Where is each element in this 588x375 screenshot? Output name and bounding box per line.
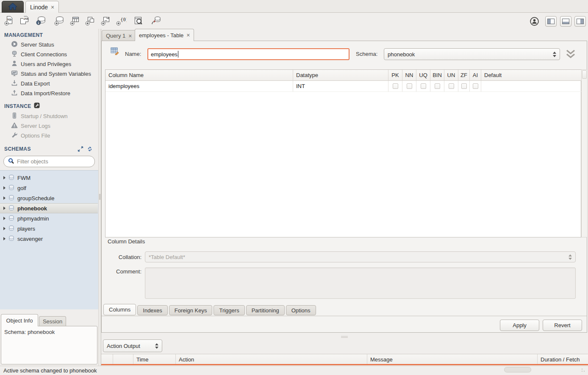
tab-employees-table[interactable]: employees - Table × (135, 29, 194, 41)
sidebar-item-users-privileges[interactable]: Users and Privileges (11, 60, 71, 68)
uq-header[interactable]: UQ (416, 70, 430, 81)
sidebar-item-server-status[interactable]: Server Status (11, 40, 54, 49)
bin-header[interactable]: BIN (430, 70, 444, 81)
sidebar-item-client-connections[interactable]: Client Connections (11, 50, 67, 58)
toggle-bottom-panel-icon[interactable] (560, 16, 571, 27)
zf-checkbox[interactable] (461, 83, 467, 89)
reconnect-db-icon[interactable] (150, 15, 161, 26)
column-name-cell[interactable]: idemployees (105, 81, 293, 92)
new-sql-editor-icon[interactable]: SQL (3, 15, 14, 26)
sidebar-item-data-import[interactable]: Data Import/Restore (11, 89, 70, 97)
un-header[interactable]: UN (444, 70, 458, 81)
schema-row-groupschedule[interactable]: groupSchedule (0, 193, 98, 203)
tab-partitioning[interactable]: Partitioning (246, 305, 285, 315)
create-function-icon[interactable]: {0} (116, 15, 127, 26)
uq-checkbox[interactable] (421, 83, 426, 89)
default-header[interactable]: Default (481, 70, 581, 81)
close-icon[interactable]: × (51, 4, 54, 10)
refresh-schemas-icon[interactable] (87, 146, 93, 153)
zf-header[interactable]: ZF (458, 70, 470, 81)
comment-textarea[interactable] (145, 267, 576, 299)
close-icon[interactable]: × (186, 32, 190, 38)
sidebar-item-server-logs[interactable]: Server Logs (11, 121, 50, 130)
create-schema-icon[interactable] (54, 15, 65, 26)
nn-checkbox[interactable] (407, 83, 412, 89)
un-checkbox[interactable] (449, 83, 454, 89)
ai-checkbox[interactable] (473, 83, 478, 89)
tab-session[interactable]: Session (39, 316, 66, 326)
expander-icon[interactable] (3, 217, 6, 220)
action-header[interactable]: Action (176, 354, 367, 364)
tab-triggers[interactable]: Triggers (214, 305, 244, 315)
datatype-header[interactable]: Datatype (293, 70, 388, 81)
expander-icon[interactable] (3, 176, 6, 179)
apply-button[interactable]: Apply (500, 320, 539, 331)
revert-button[interactable]: Revert (543, 320, 582, 331)
expander-icon[interactable] (3, 237, 6, 240)
stepper-icon[interactable] (553, 52, 556, 57)
tab-foreign-keys[interactable]: Foreign Keys (169, 305, 213, 315)
sidebar-splitter[interactable] (98, 29, 101, 366)
duration-fetch-header[interactable]: Duration / Fetch (538, 354, 588, 364)
ai-header[interactable]: AI (470, 70, 481, 81)
sidebar-item-startup-shutdown[interactable]: Startup / Shutdown (11, 112, 68, 120)
create-procedure-icon[interactable] (100, 15, 111, 26)
column-name-header[interactable]: Column Name (105, 70, 293, 81)
toggle-right-panel-icon[interactable] (574, 16, 586, 27)
schema-label: phpmyadmin (17, 215, 49, 222)
resize-grip[interactable] (581, 368, 586, 373)
tab-query-1[interactable]: Query 1 × (102, 30, 136, 41)
expander-icon[interactable] (3, 186, 6, 190)
toggle-left-panel-icon[interactable] (545, 16, 557, 27)
pk-header[interactable]: PK (388, 70, 402, 81)
datatype-cell[interactable]: INT (293, 81, 388, 92)
expander-icon[interactable] (3, 227, 6, 230)
expander-icon[interactable] (3, 196, 6, 200)
db-info-icon[interactable]: i (36, 15, 47, 26)
sidebar-item-data-export[interactable]: Data Export (11, 79, 50, 88)
schema-row-phpmyadmin[interactable]: phpmyadmin (0, 213, 98, 223)
assistant-icon[interactable] (529, 16, 540, 27)
bin-checkbox[interactable] (435, 83, 440, 89)
output-view-select[interactable]: Action Output (103, 339, 162, 352)
schema-row-phonebook[interactable]: phonebook (0, 203, 98, 213)
nn-header[interactable]: NN (402, 70, 416, 81)
close-icon[interactable]: × (128, 33, 132, 39)
horizontal-scrollbar[interactable] (504, 367, 531, 372)
collation-select[interactable]: *Table Default* (145, 251, 576, 262)
scrollbar-thumb[interactable] (582, 70, 587, 79)
expander-icon[interactable] (3, 207, 6, 210)
tab-object-info[interactable]: Object Info (1, 314, 38, 326)
default-cell[interactable] (481, 81, 581, 92)
message-header[interactable]: Message (367, 354, 538, 364)
create-table-icon[interactable] (69, 15, 80, 26)
tab-columns[interactable]: Columns (103, 304, 136, 315)
schema-row-golf[interactable]: golf (0, 183, 98, 193)
time-header[interactable]: Time (133, 354, 176, 364)
table-name-input[interactable]: employees (147, 48, 349, 60)
schema-row-scavenger[interactable]: scavenger (0, 234, 98, 244)
open-sql-script-icon[interactable]: SQL (19, 15, 30, 26)
stepper-icon[interactable] (155, 343, 158, 349)
filter-objects-input[interactable]: Filter objects (3, 156, 95, 167)
columns-grid: Column Name Datatype PK NN UQ BIN UN ZF … (105, 69, 581, 237)
create-view-icon[interactable] (85, 15, 96, 26)
schema-row-players[interactable]: players (0, 223, 98, 234)
expand-schemas-icon[interactable] (78, 146, 83, 153)
schema-label: phonebook (17, 205, 47, 212)
connection-tab[interactable]: Linode × (25, 1, 59, 13)
expand-header-chevron-icon[interactable] (565, 49, 576, 61)
schema-row-fwm[interactable]: FWM (0, 173, 98, 183)
search-table-data-icon[interactable] (133, 15, 144, 26)
schema-select[interactable]: phonebook (384, 48, 560, 60)
grid-vertical-scrollbar[interactable] (581, 69, 588, 237)
sidebar-item-options-file[interactable]: Options File (11, 131, 50, 140)
sidebar-item-status-variables[interactable]: Status and System Variables (11, 69, 91, 78)
home-tab[interactable] (2, 1, 24, 13)
tab-indexes[interactable]: Indexes (137, 305, 168, 315)
sidebar-item-label: Status and System Variables (21, 71, 91, 77)
pk-checkbox[interactable] (393, 83, 398, 89)
tab-options[interactable]: Options (286, 305, 316, 315)
output-splitter-grip[interactable] (341, 336, 348, 338)
schema-icon (8, 225, 14, 232)
